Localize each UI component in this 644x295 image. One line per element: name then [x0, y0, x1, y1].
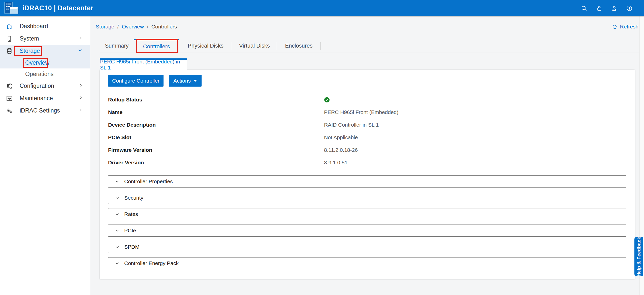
accordion-label: Security	[124, 195, 143, 201]
controller-actions-row: Configure Controller Actions	[108, 75, 626, 87]
accordion-label: Rates	[124, 211, 138, 217]
controller-details: Rollup Status Name PERC H965i Front (Emb…	[108, 93, 626, 169]
chevron-down-icon	[115, 228, 120, 233]
chevron-down-icon	[115, 261, 120, 266]
accordion-list: Controller Properties Security Rates PCI…	[108, 175, 626, 269]
caret-down-icon	[194, 80, 197, 82]
breadcrumb-separator: /	[147, 24, 148, 30]
chevron-right-icon	[79, 82, 83, 90]
sidebar-item-label: Storage	[20, 48, 40, 54]
detail-row-driver-version: Driver Version 8.9.1.0.51	[108, 156, 626, 169]
sidebar-item-label: Maintenance	[20, 95, 53, 102]
breadcrumb: Storage / Overview / Controllers	[96, 24, 177, 30]
accordion-label: Controller Energy Pack	[124, 260, 179, 266]
chevron-right-icon	[79, 107, 83, 115]
user-icon[interactable]	[611, 5, 618, 12]
accordion-spdm[interactable]: SPDM	[108, 241, 626, 253]
tab-physical-disks[interactable]: Physical Disks	[179, 39, 232, 53]
breadcrumb-controllers: Controllers	[151, 24, 177, 30]
controller-subtab-row: PERC H965i Front (Embedded) in SL 1	[100, 58, 639, 70]
detail-label: Rollup Status	[108, 97, 324, 103]
detail-label: Device Description	[108, 122, 324, 128]
chevron-down-icon	[115, 195, 120, 200]
detail-value: 8.11.2.0.18-26	[324, 147, 358, 153]
chevron-right-icon	[79, 95, 83, 102]
idrac-logo-icon	[4, 2, 19, 15]
sidebar-item-configuration[interactable]: Configuration	[0, 80, 90, 92]
detail-value: PERC H965i Front (Embedded)	[324, 109, 398, 115]
content-header: Storage / Overview / Controllers Refresh	[90, 16, 644, 30]
sidebar-item-label: iDRAC Settings	[20, 107, 60, 114]
chevron-down-icon	[115, 179, 120, 184]
controller-panel: Configure Controller Actions Rollup Stat…	[100, 70, 635, 279]
sidebar-item-idrac-settings[interactable]: iDRAC Settings	[0, 104, 90, 117]
detail-row-pcie-slot: PCIe Slot Not Applicable	[108, 131, 626, 144]
sidebar-item-label: System	[20, 35, 39, 42]
help-feedback-tab[interactable]: Help & Feedback	[634, 237, 643, 276]
monitor-pulse-icon	[6, 95, 13, 102]
sliders-icon	[6, 83, 13, 90]
database-icon	[6, 48, 13, 55]
main-content: Storage / Overview / Controllers Refresh…	[90, 16, 644, 295]
detail-value: 8.9.1.0.51	[324, 160, 347, 166]
search-icon[interactable]	[581, 5, 587, 12]
breadcrumb-storage[interactable]: Storage	[96, 24, 114, 30]
help-icon[interactable]: ?	[626, 5, 633, 12]
breadcrumb-overview[interactable]: Overview	[122, 24, 144, 30]
refresh-icon	[612, 24, 618, 30]
accordion-label: Controller Properties	[124, 178, 173, 185]
detail-value: Not Applicable	[324, 134, 358, 140]
home-icon	[6, 23, 13, 30]
tab-perc-controller[interactable]: PERC H965i Front (Embedded) in SL 1	[100, 58, 187, 70]
tab-bar: Summary Controllers Physical Disks Virtu…	[100, 39, 639, 53]
help-feedback-label: Help & Feedback	[636, 237, 642, 277]
refresh-label: Refresh	[620, 24, 638, 30]
svg-text:?: ?	[628, 6, 630, 10]
sidebar-item-label: Configuration	[20, 83, 54, 89]
detail-label: Driver Version	[108, 160, 324, 166]
top-bar: iDRAC10 | Datacenter ?	[0, 0, 644, 16]
detail-row-firmware-version: Firmware Version 8.11.2.0.18-26	[108, 144, 626, 156]
tab-summary[interactable]: Summary	[100, 39, 134, 53]
server-icon	[6, 35, 13, 42]
chevron-down-icon	[77, 48, 83, 55]
detail-row-rollup-status: Rollup Status	[108, 93, 626, 106]
gears-icon	[6, 107, 13, 114]
storage-active-group: Storage Overview	[0, 45, 90, 68]
accordion-label: PCIe	[124, 228, 136, 234]
detail-value: RAID Controller in SL 1	[324, 122, 379, 128]
sidebar-item-overview[interactable]: Overview	[0, 57, 90, 68]
sidebar-item-maintenance[interactable]: Maintenance	[0, 92, 90, 104]
tab-enclosures[interactable]: Enclosures	[277, 39, 321, 53]
actions-dropdown-label: Actions	[173, 78, 191, 84]
sidebar: Dashboard System Storage	[0, 16, 90, 295]
detail-row-name: Name PERC H965i Front (Embedded)	[108, 106, 626, 119]
sidebar-item-dashboard[interactable]: Dashboard	[0, 20, 90, 32]
refresh-button[interactable]: Refresh	[612, 24, 638, 30]
chevron-down-icon	[115, 244, 120, 249]
status-ok-icon	[324, 97, 330, 103]
sidebar-item-label: Dashboard	[20, 23, 48, 30]
detail-row-device-description: Device Description RAID Controller in SL…	[108, 119, 626, 131]
sidebar-item-operations[interactable]: Operations	[0, 68, 90, 80]
accordion-security[interactable]: Security	[108, 192, 626, 204]
accordion-rates[interactable]: Rates	[108, 208, 626, 220]
configure-controller-button[interactable]: Configure Controller	[108, 75, 164, 87]
accordion-controller-properties[interactable]: Controller Properties	[108, 175, 626, 188]
sidebar-item-label: Operations	[25, 71, 54, 78]
breadcrumb-separator: /	[117, 24, 119, 30]
lock-icon[interactable]	[596, 5, 602, 12]
detail-label: Name	[108, 109, 324, 115]
tab-controllers[interactable]: Controllers	[134, 39, 179, 53]
chevron-down-icon	[115, 212, 120, 217]
accordion-label: SPDM	[124, 244, 140, 250]
app-title: iDRAC10 | Datacenter	[22, 4, 93, 12]
detail-label: Firmware Version	[108, 147, 324, 153]
actions-dropdown-button[interactable]: Actions	[169, 75, 202, 87]
sidebar-item-storage[interactable]: Storage	[0, 45, 90, 57]
tab-virtual-disks[interactable]: Virtual Disks	[232, 39, 277, 53]
sidebar-item-system[interactable]: System	[0, 32, 90, 45]
accordion-pcie[interactable]: PCIe	[108, 225, 626, 237]
sidebar-item-label: Overview	[25, 59, 49, 66]
accordion-controller-energy-pack[interactable]: Controller Energy Pack	[108, 257, 626, 269]
